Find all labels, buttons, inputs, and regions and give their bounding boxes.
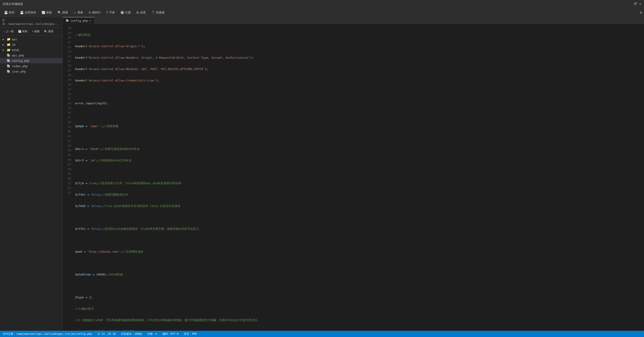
search-button[interactable]: 🔍 搜索	[55, 10, 70, 16]
nav-new-button[interactable]: + 新建	[30, 29, 41, 34]
editor-area: ◀ 🐘 config.php ✕ 18 19 20 21 22 23 24 25…	[62, 17, 644, 331]
theme-label: 主题	[125, 11, 131, 15]
code-line-22: header('Access-Control-Allow-Credentials…	[75, 78, 644, 83]
line-numbers: 18 19 20 21 22 23 24 25 26 27 28 29 30 3…	[62, 24, 73, 331]
theme-icon: 🔘	[120, 11, 124, 14]
up-icon: ↑	[4, 30, 5, 33]
line-num-46: 46	[62, 157, 73, 162]
status-encoding-label: 编码：UTF-8	[162, 332, 178, 336]
file-tree: ▶ 📁 api ▶ 📁 jm ▶ 📁 m3u8 ▶ 🐘 api.php ▶	[0, 36, 62, 331]
shortcuts-button[interactable]: ❓ 快捷键	[149, 10, 167, 16]
folder-icon: 📁	[7, 43, 10, 46]
status-filepath-label: 文件位置：/www/wwwroot/api.laoliudaigou.icu/j…	[3, 332, 92, 336]
tree-file-config-php[interactable]: ▶ 🐘 config.php	[0, 58, 62, 63]
line-num-52: 52	[62, 185, 73, 190]
status-language: 语言：PHP	[184, 332, 197, 336]
line-num-29: 29	[62, 77, 73, 82]
settings-button[interactable]: ⚙ 设置	[134, 10, 148, 16]
line-num-21: 21	[62, 40, 73, 45]
font-label: 字体	[109, 11, 115, 15]
code-line-42: //ts输出形式	[75, 306, 644, 311]
status-position-label: 行 52 ,列 20	[98, 332, 116, 336]
status-position: 行 52 ,列 20	[98, 332, 116, 336]
tree-arrow: ▶	[3, 38, 5, 41]
refresh-icon: 🔄	[42, 11, 46, 14]
code-line-18: //解决跨域	[75, 33, 644, 37]
code-line-43: //1 直接输出ts内容，可以有效避免被抓到图床链接，只不过有点考验服务器性能，…	[75, 318, 644, 322]
tree-folder-api[interactable]: ▶ 📁 api	[0, 37, 62, 42]
code-line-21: header('Access-Control-Allow-Methods: GE…	[75, 67, 644, 71]
nav-search-icon: 🔍	[44, 30, 48, 33]
tree-folder-m3u8[interactable]: ▶ 📁 m3u8	[0, 47, 62, 53]
nav-up-button[interactable]: ↑ 上一级	[2, 29, 16, 34]
shortcuts-icon: ❓	[151, 11, 155, 14]
save-all-icon: 💾	[20, 11, 24, 14]
close-button[interactable]: ✕	[639, 2, 641, 6]
window-controls: 🗗 ✕	[634, 2, 641, 6]
nav-search-button[interactable]: 🔍 搜索	[42, 29, 55, 34]
replace-icon: ↔	[73, 11, 76, 14]
file-icon: 🐘	[7, 70, 10, 73]
tree-file-json-php[interactable]: ▶ 🐘 json.php	[0, 69, 62, 74]
code-line-41: $type = 2;	[75, 295, 644, 300]
tree-label: jm	[12, 43, 16, 46]
sidebar-path: 目录：/www/wwwroot/api.laoliudaigou...	[0, 17, 62, 28]
save-all-button[interactable]: 💾 全部保存	[18, 10, 38, 16]
title-bar: 在线文本编辑器 🗗 ✕	[0, 0, 644, 8]
line-num-32: 32	[62, 92, 73, 96]
line-num-44: 44	[62, 148, 73, 153]
file-icon: 🐘	[7, 64, 10, 68]
status-bar: 文件位置：/www/wwwroot/api.laoliudaigou.icu/j…	[0, 331, 644, 337]
goto-button[interactable]: ✈ 跳转行	[86, 10, 103, 16]
line-num-35: 35	[62, 106, 73, 110]
tree-file-api-php[interactable]: ▶ 🐘 api.php	[0, 53, 62, 58]
code-line-23	[75, 90, 644, 94]
code-lines[interactable]: //解决跨域 header('Access-Control-Allow-Orig…	[73, 24, 644, 331]
code-line-44: //2 302跳转图床链接，顾名思义，不再解释	[75, 329, 644, 331]
code-line-31: $ifjm = true;//是否加密ts文件，false则在调用api.php…	[75, 181, 644, 185]
code-line-33: $ifmd5 = false;//true 以md5加密文件名为特征码 fals…	[75, 204, 644, 208]
line-num-40: 40	[62, 129, 73, 134]
status-space: 空格：4	[147, 332, 157, 336]
tab-bar: 🐘 config.php ✕	[62, 17, 644, 24]
tree-label: api.php	[12, 54, 24, 57]
theme-button[interactable]: 🔘 主题	[118, 10, 133, 16]
code-line-37: $web = 'http://baidu.com/';//当前网站域名	[75, 249, 644, 254]
tab-config-php[interactable]: 🐘 config.php ✕	[62, 17, 94, 24]
font-button[interactable]: T 字体	[104, 10, 117, 16]
line-num-43: 43	[62, 143, 73, 148]
refresh-button[interactable]: 🔄 刷新	[39, 10, 54, 16]
line-num-36: 36	[62, 110, 73, 115]
tab-file-icon: 🐘	[66, 19, 69, 22]
tree-file-index-php[interactable]: ▶ 🐘 index.php	[0, 63, 62, 69]
line-num-18: 18	[62, 26, 73, 31]
nav-refresh-button[interactable]: 🔄 刷新	[16, 29, 29, 34]
line-num-30: 30	[62, 82, 73, 87]
tab-close-button[interactable]: ✕	[89, 19, 91, 22]
line-num-25: 25	[62, 59, 73, 63]
code-line-28: $dir1 = 'm3u8';//加密完成后保存的文件夹名	[75, 147, 644, 151]
tree-label: config.php	[12, 59, 29, 63]
tree-label: api	[12, 38, 17, 41]
save-icon: 💾	[4, 11, 8, 14]
tree-label: m3u8	[12, 48, 19, 52]
line-num-51: 51	[62, 181, 73, 185]
code-editor[interactable]: 18 19 20 21 22 23 24 25 26 27 28 29 30 3…	[62, 24, 644, 331]
code-line-27	[75, 135, 644, 140]
status-encoding: 编码：UTF-8	[162, 332, 178, 336]
line-num-49: 49	[62, 171, 73, 176]
tree-folder-jm[interactable]: ▶ 📁 jm	[0, 42, 62, 47]
settings-icon: ⚙	[136, 11, 139, 14]
line-num-45: 45	[62, 153, 73, 157]
app-title: 在线文本编辑器	[3, 2, 23, 6]
toolbar-extra-icon[interactable]: ≡	[640, 10, 642, 15]
save-button[interactable]: 💾 保存	[2, 10, 17, 16]
code-line-29: $dir2 = 'jm';//待加密的m3u8文件夹名	[75, 158, 644, 163]
line-num-37: 37	[62, 115, 73, 120]
line-num-38: 38	[62, 120, 73, 124]
toolbar: 💾 保存 💾 全部保存 🔄 刷新 🔍 搜索 ↔ 替换 ✈ 跳转行 T 字体 🔘 …	[0, 8, 644, 17]
replace-button[interactable]: ↔ 替换	[71, 10, 86, 16]
restore-button[interactable]: 🗗	[634, 2, 637, 6]
new-icon: +	[32, 30, 34, 33]
main-area: 目录：/www/wwwroot/api.laoliudaigou... ↑ 上一…	[0, 17, 644, 331]
